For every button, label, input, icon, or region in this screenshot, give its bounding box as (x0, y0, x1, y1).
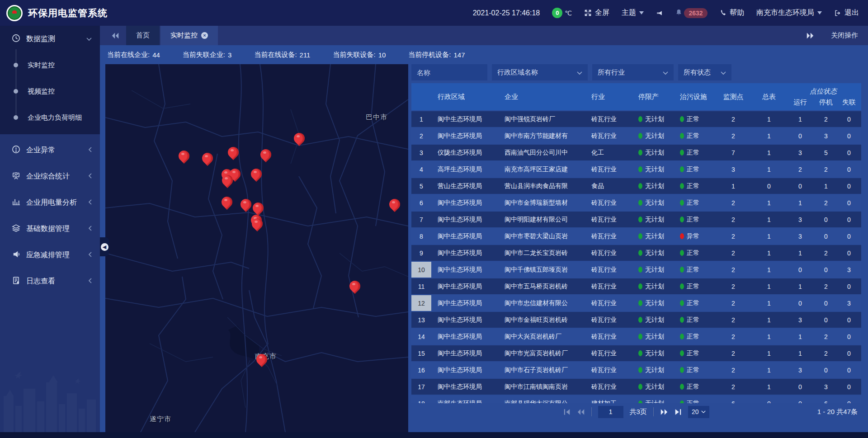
page-size-select[interactable]: 20 (688, 406, 710, 418)
org-dropdown[interactable]: 南充市生态环境局 (756, 8, 822, 18)
facility-text: 正常 (687, 299, 699, 307)
map-pin[interactable] (294, 133, 305, 144)
cell-company: 阆中明阳建材有限公司 (498, 212, 585, 227)
table-row[interactable]: 12阆中生态环境局阆中市忠信建材有限公砖瓦行业无计划正常21003 (411, 295, 861, 311)
table-row[interactable]: 11阆中生态环境局阆中市五马桥页岩机砖砖瓦行业无计划正常21120 (411, 278, 861, 294)
map-pin[interactable] (228, 147, 239, 158)
map-pin[interactable] (260, 149, 271, 160)
sidebar-item-2[interactable]: 企业综合统计 (0, 163, 100, 189)
table-row[interactable]: 16阆中生态环境局阆中市石子页岩机砖厂砖瓦行业无计划正常21300 (411, 362, 861, 378)
map-pin[interactable] (179, 151, 189, 161)
theme-dropdown[interactable]: 主题 (622, 8, 644, 18)
map-pin[interactable] (251, 169, 262, 179)
sidebar-subitem-label: 企业电力负荷明细 (28, 113, 82, 122)
table-row[interactable]: 5营山生态环境局营山县润丰肉食品有限食品无计划正常10010 (411, 178, 861, 194)
region-select[interactable]: 行政区域名称 (492, 64, 588, 80)
map-pin[interactable] (256, 354, 267, 365)
cell-run: 0 (787, 128, 814, 144)
cell-facility: 正常 (674, 161, 715, 177)
table-row[interactable]: 15阆中生态环境局阆中市光富页岩机砖厂砖瓦行业无计划正常21120 (411, 345, 861, 361)
name-search-input[interactable] (411, 64, 487, 80)
cell-total: 1 (751, 312, 787, 328)
prev-page-button[interactable] (577, 409, 585, 415)
table-row[interactable]: 17阆中生态环境局阆中市江南镇阆南页岩砖瓦行业无计划正常21030 (411, 379, 861, 395)
close-operations-button[interactable]: 关闭操作 (831, 31, 858, 40)
industry-select[interactable]: 所有行业 (592, 64, 674, 80)
sidebar-subitem-0[interactable]: 实时监控 (0, 52, 100, 78)
table-row[interactable]: 7阆中生态环境局阆中明阳建材有限公司砖瓦行业无计划正常21300 (411, 212, 861, 227)
table-row[interactable]: 6阆中生态环境局阆中市金博瑞新型墙材砖瓦行业无计划正常21120 (411, 195, 861, 211)
sidebar-item-1[interactable]: 企业异常 (0, 137, 100, 163)
tab-close-icon[interactable]: × (201, 32, 208, 39)
sidebar-item-5[interactable]: 应急减排管理 (0, 242, 100, 268)
cell-production: 无计划 (632, 161, 674, 177)
sidebar-item-6[interactable]: 日志查看 (0, 268, 100, 294)
temperature-unit: ℃ (565, 9, 572, 17)
notification-area[interactable]: 2632 (675, 8, 708, 18)
map-pin[interactable] (253, 203, 264, 213)
map[interactable]: 巴中市南充市遂宁市 (105, 64, 408, 432)
layers-icon (12, 224, 21, 234)
facility-text: 正常 (687, 333, 699, 341)
map-pin[interactable] (222, 197, 232, 207)
facility-text: 正常 (687, 366, 699, 374)
table-row[interactable]: 8阆中生态环境局阆中市枣碧大梁山页岩砖瓦行业无计划异常21300 (411, 228, 861, 244)
broadcast-button[interactable] (656, 9, 663, 17)
cell-region: 阆中生态环境局 (431, 212, 498, 227)
table-row[interactable]: 14阆中生态环境局阆中大兴页岩机砖厂砖瓦行业无计划正常21120 (411, 329, 861, 344)
table-row[interactable]: 4高坪生态环境局南充市高坪区王家店建砖瓦行业无计划正常31220 (411, 161, 861, 177)
filter-row: 行政区域名称 所有行业 所有状态 (411, 64, 861, 80)
logout-button[interactable]: 退出 (834, 8, 859, 18)
sidebar-subitem-1[interactable]: 视频监控 (0, 78, 100, 104)
cell-monitor: 2 (715, 212, 751, 227)
cell-industry: 化工 (585, 145, 632, 160)
sidebar-item-0[interactable]: 数据监测 (0, 26, 100, 52)
table-body[interactable]: 1阆中生态环境局阆中强锐页岩砖厂砖瓦行业无计划正常211202阆中生态环境局阆中… (411, 111, 861, 403)
cell-company: 阆中市金福旺页岩机砖 (498, 312, 585, 328)
table-row[interactable]: 18南部生态环境局南部县砚华太沉有限公建材加工无计划正常60060 (411, 396, 861, 403)
cell-run: 0 (787, 379, 814, 395)
tabs-scroll-right-button[interactable] (807, 33, 814, 39)
status-select[interactable]: 所有状态 (678, 64, 731, 80)
table-row[interactable]: 13阆中生态环境局阆中市金福旺页岩机砖砖瓦行业无计划正常21300 (411, 312, 861, 328)
table-row[interactable]: 3仪陇生态环境局西南油气田分公司川中化工无计划正常71350 (411, 145, 861, 160)
first-page-button[interactable] (563, 409, 571, 415)
fullscreen-button[interactable]: 全屏 (584, 8, 609, 18)
last-page-button[interactable] (675, 409, 682, 415)
next-page-button[interactable] (660, 409, 668, 415)
status-dot-green (638, 200, 642, 206)
cell-production: 无计划 (632, 329, 674, 344)
map-pin[interactable] (252, 218, 263, 229)
tab-home[interactable]: 首页 (126, 26, 160, 45)
sidebar-item-3[interactable]: 企业用电量分析 (0, 189, 100, 216)
tabs-scroll-left-button[interactable] (100, 33, 126, 39)
cell-index: 13 (411, 312, 431, 328)
table-row[interactable]: 1阆中生态环境局阆中强锐页岩砖厂砖瓦行业无计划正常21120 (411, 111, 861, 127)
page-number-input[interactable] (598, 406, 623, 418)
sidebar-collapse-handle[interactable]: ◀ (100, 237, 109, 256)
sidebar-subitem-2[interactable]: 企业电力负荷明细 (0, 104, 100, 131)
stats-bar: 当前在线企业:44当前失联企业:3当前在线设备:211当前失联设备:10当前停机… (100, 45, 868, 64)
map-pin[interactable] (222, 175, 233, 186)
cell-run: 3 (787, 212, 814, 227)
cell-facility: 正常 (674, 128, 715, 144)
map-pin[interactable] (349, 281, 360, 292)
map-pin[interactable] (389, 199, 400, 210)
help-button[interactable]: 帮助 (720, 8, 744, 18)
cell-production: 无计划 (632, 396, 674, 403)
sidebar-item-label: 企业异常 (26, 146, 88, 155)
map-pin[interactable] (202, 153, 213, 164)
table-row[interactable]: 2阆中生态环境局阆中市南方节能建材有砖瓦行业无计划正常21030 (411, 128, 861, 144)
tab-realtime-monitor[interactable]: 实时监控 × (160, 26, 218, 45)
table-row[interactable]: 10阆中生态环境局阆中千佛镇五郎垭页岩砖瓦行业无计划正常21003 (411, 262, 861, 278)
map-pin[interactable] (241, 199, 251, 210)
map-roads (105, 64, 408, 432)
chevron-down-icon (721, 69, 726, 76)
status-dot-green (680, 116, 684, 122)
table-row[interactable]: 9阆中生态环境局阆中市二龙长宝页岩砖砖瓦行业无计划正常21120 (411, 245, 861, 261)
cell-run: 0 (787, 295, 814, 311)
chevron-left-icon (88, 225, 92, 233)
chevron-down-icon (817, 11, 822, 14)
cell-monitor: 7 (715, 145, 751, 160)
sidebar-item-4[interactable]: 基础数据管理 (0, 216, 100, 242)
